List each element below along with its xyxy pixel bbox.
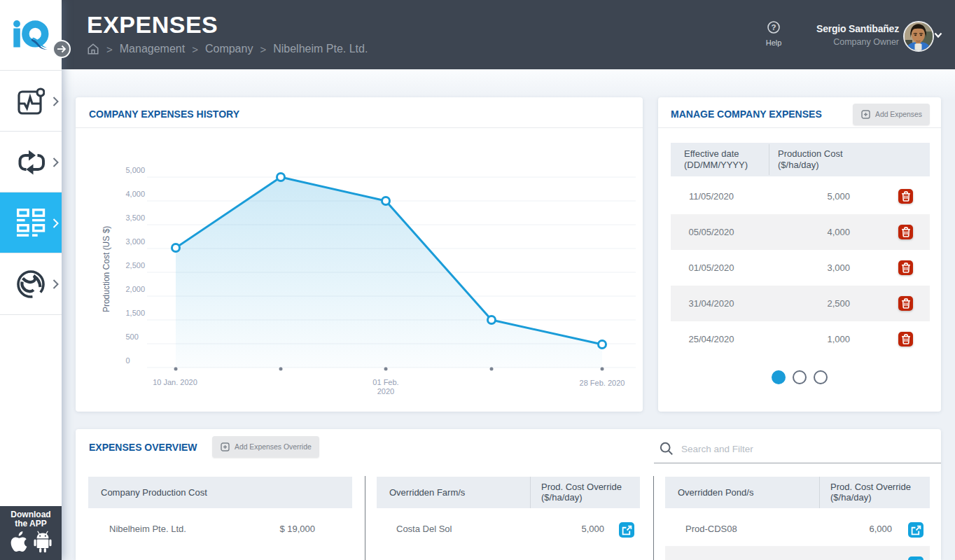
svg-text:1,500: 1,500 (126, 309, 146, 317)
svg-text:4,000: 4,000 (126, 190, 146, 198)
svg-text:5,000: 5,000 (126, 166, 146, 174)
svg-text:2020: 2020 (377, 387, 394, 396)
svg-text:?: ? (771, 23, 776, 31)
svg-text:2,500: 2,500 (126, 261, 146, 270)
svg-text:28 Feb. 2020: 28 Feb. 2020 (580, 379, 625, 387)
svg-text:Production Cost (US $): Production Cost (US $) (102, 226, 111, 312)
svg-text:10 Jan. 2020: 10 Jan. 2020 (153, 378, 197, 386)
svg-text:3,000: 3,000 (126, 237, 146, 246)
svg-text:3,500: 3,500 (126, 214, 146, 222)
svg-text:500: 500 (126, 332, 139, 341)
svg-text:2,000: 2,000 (126, 285, 146, 293)
svg-text:01 Feb.: 01 Feb. (372, 378, 398, 386)
svg-text:0: 0 (126, 356, 130, 365)
